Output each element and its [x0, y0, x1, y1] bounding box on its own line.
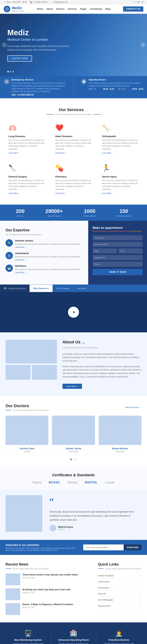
quick-link-2[interactable]: Consectetur ›	[98, 585, 141, 591]
nav-anmeldung[interactable]: Anmeldung	[90, 8, 102, 10]
news-thumb-3	[6, 603, 20, 615]
newsletter-submit-button[interactable]: SUBSCRIBE	[124, 544, 141, 550]
doctors-dot-2[interactable]	[73, 459, 74, 460]
tabs-navigation: 🏥 Hospital Introduction Why Choose Us Ou…	[0, 284, 147, 292]
hero-arrows: ‹ ›	[0, 42, 147, 47]
play-button[interactable]	[68, 307, 79, 318]
news-title-2[interactable]: Brushing your teeth may keep your heart …	[23, 588, 70, 591]
service-sports-title: Sports Injury	[102, 175, 138, 178]
expertise-antimalarial-learn[interactable]: Learn More →	[15, 259, 80, 261]
top-bar-phone[interactable]: 📞 +1 (440) 345-33	[30, 1, 48, 3]
stat-beds-number: 1000	[84, 208, 96, 214]
appt-submit-button[interactable]: SEND IT NOW	[93, 269, 142, 275]
googleplus-icon[interactable]: g+	[138, 1, 140, 3]
tab-why-choose-us[interactable]: Why Choose Us	[30, 285, 53, 292]
logo[interactable]: Mediz Medical Center	[4, 6, 24, 12]
quick-link-5[interactable]: Moreoverboth ›	[98, 603, 141, 609]
tab-give-back[interactable]: Give Back	[73, 285, 90, 292]
nav-about[interactable]: About	[47, 8, 53, 10]
news-info-3: Doctor: 4 Ways to Diagnose a Medical Con…	[23, 603, 73, 615]
hero-dot-1[interactable]	[7, 71, 9, 72]
appointment-form: SEND IT NOW	[93, 235, 142, 275]
news-item-2: Brushing your teeth may keep your heart …	[6, 588, 92, 600]
service-heart-diseases: ❤️ Heart Diseases One of the key classif…	[52, 121, 95, 157]
expertise-immune: 🦠 Immune system Drug discovery and drug …	[6, 239, 83, 248]
quick-link-1[interactable]: Lorem Ipsum ›	[98, 579, 141, 585]
nav-home[interactable]: Home	[37, 8, 43, 10]
nav-cta-button[interactable]: CONTACT US	[123, 6, 143, 12]
appt-doctor-input[interactable]	[93, 262, 142, 267]
services-subtitle: Far far away behind the word mountains	[56, 113, 91, 116]
doctor-info-3: Emma Bunton Cardiologist	[99, 445, 141, 455]
linkedin-icon[interactable]: in	[142, 1, 143, 3]
appt-department-input[interactable]	[93, 255, 142, 260]
hours-day-2: Sat - Sun	[118, 88, 125, 90]
doctor-photo-2	[52, 416, 95, 445]
quick-link-arrow-3: ›	[141, 593, 141, 595]
hero-dot-2[interactable]	[10, 71, 11, 72]
operating-room-icon: 🏥	[53, 630, 94, 637]
see-all-doctors-link[interactable]: See All Doctors →	[125, 406, 141, 408]
news-title-3[interactable]: Doctor: 4 Ways to Diagnose a Medical Con…	[23, 603, 73, 606]
appointment-desc: We will send you a confirmation within 2…	[93, 230, 142, 232]
appt-date-input[interactable]	[93, 248, 117, 254]
quick-link-0[interactable]: United Homeland ›	[98, 573, 141, 579]
hero-prev-arrow[interactable]: ‹	[2, 42, 7, 47]
doctors-dot-1[interactable]	[70, 459, 72, 460]
service-orthopaedic: 🦴 Orthopaedic One of the key classificat…	[99, 121, 141, 157]
twitter-icon[interactable]: t	[136, 1, 136, 3]
tab-hospital-intro[interactable]: 🏥 Hospital Introduction	[0, 284, 30, 292]
news-date-3: March 14, 2017	[23, 606, 73, 608]
doctor-name-1: Joshua Clark	[8, 447, 46, 450]
service-surgery-learn[interactable]: Learn More →	[9, 192, 45, 194]
expertise-immune-learn[interactable]: Learn More →	[15, 246, 80, 248]
services-header: Our Services ... Far far away behind the…	[6, 106, 141, 116]
emergency-phone[interactable]: Call: +1-2345-3453-23	[11, 94, 66, 96]
quick-link-3[interactable]: Amet Sit ›	[98, 591, 141, 597]
newsletter-email-input[interactable]	[83, 544, 124, 550]
feature-operating-desc: Organic advances in technology and under…	[53, 642, 94, 644]
service-ortho-learn[interactable]: Learn More →	[102, 152, 138, 154]
service-sports-learn[interactable]: Learn More →	[102, 192, 138, 194]
emergency-text: Emergency Service Far far away, behind t…	[11, 78, 66, 96]
news-item-3: Doctor: 4 Ways to Diagnose a Medical Con…	[6, 603, 92, 615]
expertise-immune-text: Immune system Drug discovery and drug de…	[15, 239, 80, 248]
appt-phone-input[interactable]	[93, 242, 142, 247]
expertise-immune-desc: Drug discovery and drug development are …	[15, 243, 80, 246]
service-pharmacy-learn[interactable]: Learn More →	[55, 192, 92, 194]
nav-doctors[interactable]: Doctors	[56, 8, 64, 10]
feature-doctors-title: Only Best Doctors	[98, 638, 140, 641]
quick-link-arrow-0: ›	[141, 574, 141, 577]
nav-blog[interactable]: Blog	[105, 8, 110, 10]
orthopaedic-icon: 🦴	[102, 124, 111, 133]
appt-name-input[interactable]	[93, 235, 142, 240]
top-bar-email[interactable]: ✉️ info@gmail.com	[50, 1, 68, 3]
emergency-bar: 🏥 Emergency Service Far far away, behind…	[0, 76, 147, 98]
quick-link-arrow-2: ›	[141, 586, 141, 589]
doctor-photo-1	[6, 416, 48, 445]
doctor-card-3: Emma Bunton Cardiologist	[99, 416, 141, 455]
top-bar-social: f t g+ in	[133, 1, 143, 3]
stat-patients: 29000+ Happy Patients	[45, 208, 63, 217]
quick-link-4[interactable]: Dum Whiteapple ›	[98, 597, 141, 603]
service-pharmacy: 💊 Pharmacy One of the key classification…	[52, 161, 95, 197]
sports-icon: 🏃	[102, 164, 111, 173]
services-blue-line	[46, 114, 54, 114]
about-cta-button[interactable]: Learn More +	[62, 384, 82, 389]
nav-services[interactable]: Services	[68, 8, 77, 10]
tab-our-innovation[interactable]: Our Innovation	[53, 285, 73, 292]
appt-time-input[interactable]	[118, 248, 142, 254]
expertise-nutrition-learn[interactable]: Learn More →	[15, 272, 80, 274]
service-ortho-desc: One of the key classifications or divisi…	[102, 139, 138, 150]
hero-next-arrow[interactable]: ›	[140, 42, 145, 47]
quick-link-arrow-4: ›	[141, 599, 141, 601]
hero-dot-3[interactable]	[13, 71, 14, 72]
facebook-icon[interactable]: f	[133, 1, 134, 3]
news-title-1[interactable]: These blood suckers may indicate your he…	[23, 574, 78, 576]
nav-pages[interactable]: Pages	[80, 8, 87, 10]
doctors-dot-3[interactable]	[75, 459, 77, 460]
hours-grid: Mon - Fri 08:00 - 21:00 Sat - Sun 09:00 …	[89, 88, 143, 90]
hero-cta-button[interactable]: CONTACT NOW	[7, 55, 32, 62]
service-lung-learn[interactable]: Learn More →	[9, 152, 45, 154]
service-heart-learn[interactable]: Learn More →	[55, 152, 92, 154]
